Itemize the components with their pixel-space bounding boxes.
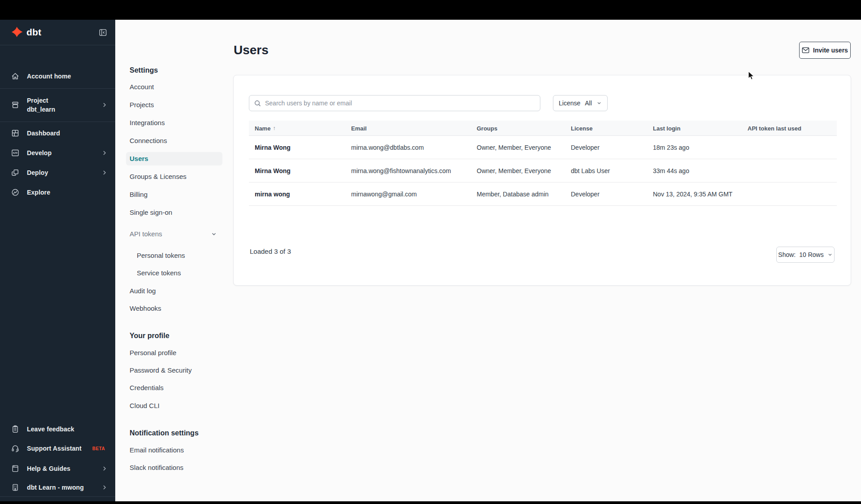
top-black-bar xyxy=(0,0,861,20)
settings-nav-connections[interactable]: Connections xyxy=(126,134,222,148)
settings-nav-service-tokens[interactable]: Service tokens xyxy=(133,266,222,280)
divider xyxy=(0,496,115,497)
chevron-down-icon xyxy=(827,252,833,257)
settings-nav-account[interactable]: Account xyxy=(126,80,222,94)
sidebar-item-develop[interactable]: Develop xyxy=(0,143,115,163)
cell-last-login: 33m 44s ago xyxy=(653,159,689,182)
sidebar-item-help-guides[interactable]: Help & Guides xyxy=(0,459,115,478)
sidebar-item-dbt-learn[interactable]: dbt Learn - mwong xyxy=(0,478,115,497)
settings-nav-cloud-cli[interactable]: Cloud CLI xyxy=(126,399,222,413)
settings-nav-api-tokens[interactable]: API tokens xyxy=(126,227,222,241)
headset-icon xyxy=(11,444,20,453)
invite-users-label: Invite users xyxy=(813,47,848,54)
dbt-logo-text: dbt xyxy=(26,27,41,38)
sidebar-item-label: dbt Learn - mwong xyxy=(27,484,84,491)
table-row[interactable]: mirna wong mirnawong@gmail.com Member, D… xyxy=(249,182,837,206)
project-icon xyxy=(11,100,20,109)
settings-nav-personal-profile[interactable]: Personal profile xyxy=(126,346,222,360)
api-tokens-label: API tokens xyxy=(130,227,162,241)
cell-groups: Member, Database admin xyxy=(477,182,548,206)
table-header-row: Name ↑ Email Groups License Last login A… xyxy=(249,121,837,136)
settings-nav-billing[interactable]: Billing xyxy=(126,188,222,201)
show-rows-dropdown[interactable]: Show: 10 Rows xyxy=(776,247,835,263)
sidebar-item-label: Support Assistant xyxy=(27,445,82,452)
notifications-section-title: Notification settings xyxy=(130,426,199,440)
sidebar-item-label: Develop xyxy=(27,149,52,156)
license-filter-dropdown[interactable]: License All xyxy=(553,95,608,111)
sidebar-item-label: Help & Guides xyxy=(27,465,70,472)
chevron-right-icon xyxy=(101,149,108,156)
column-header-email[interactable]: Email xyxy=(351,121,367,136)
column-header-label: Name xyxy=(255,125,270,132)
dashboard-icon xyxy=(11,129,20,138)
search-box xyxy=(249,95,540,111)
cell-last-login: Nov 13, 2024, 9:35 AM GMT xyxy=(653,182,732,206)
sidebar-item-label: Explore xyxy=(27,189,50,196)
collapse-sidebar-icon[interactable] xyxy=(99,28,107,37)
column-header-groups[interactable]: Groups xyxy=(477,121,497,136)
show-rows-label: Show: xyxy=(778,251,796,258)
sort-ascending-icon: ↑ xyxy=(273,125,275,131)
sidebar-item-dashboard[interactable]: Dashboard xyxy=(0,123,115,143)
settings-nav-email-notifications[interactable]: Email notifications xyxy=(126,443,222,457)
divider xyxy=(0,122,115,122)
sidebar-item-support-assistant[interactable]: Support Assistant BETA xyxy=(0,439,115,458)
sidebar-item-deploy[interactable]: Deploy xyxy=(0,163,115,182)
cell-groups: Owner, Member, Everyone xyxy=(477,159,551,182)
home-icon xyxy=(11,72,20,81)
divider xyxy=(0,45,115,45)
cell-license: Developer xyxy=(571,182,600,206)
show-rows-value: 10 Rows xyxy=(799,251,823,258)
deploy-icon xyxy=(11,168,20,177)
book-icon xyxy=(11,464,20,473)
table-row[interactable]: Mirna Wong mirna.wong@fishtownanalytics.… xyxy=(249,159,837,182)
settings-nav-users[interactable]: Users xyxy=(126,152,222,165)
settings-nav: Settings Account Projects Integrations C… xyxy=(115,20,233,501)
settings-nav-groups-licenses[interactable]: Groups & Licenses xyxy=(126,170,222,183)
column-header-name[interactable]: Name ↑ xyxy=(255,121,275,136)
settings-nav-password-security[interactable]: Password & Security xyxy=(126,364,222,377)
cell-groups: Owner, Member, Everyone xyxy=(477,136,551,159)
settings-nav-title: Settings xyxy=(130,64,158,77)
settings-nav-single-sign-on[interactable]: Single sign-on xyxy=(126,206,222,219)
settings-nav-personal-tokens[interactable]: Personal tokens xyxy=(133,249,222,262)
profile-section-title: Your profile xyxy=(130,329,170,343)
sidebar-item-project[interactable]: Project dbt_learn xyxy=(0,91,115,119)
app-window: dbt Account home Project dbt_learn xyxy=(0,0,861,504)
settings-nav-credentials[interactable]: Credentials xyxy=(126,381,222,395)
users-card: License All Name ↑ Email Groups License … xyxy=(233,75,851,286)
sidebar-item-explore[interactable]: Explore xyxy=(0,182,115,202)
cell-email: mirna.wong@dbtlabs.com xyxy=(351,136,424,159)
column-header-license[interactable]: License xyxy=(571,121,592,136)
column-header-api-token[interactable]: API token last used xyxy=(748,121,801,136)
building-icon xyxy=(11,483,20,492)
explore-icon xyxy=(11,188,20,197)
sidebar-item-label: Account home xyxy=(27,73,71,80)
cell-license: Developer xyxy=(571,136,600,159)
chevron-right-icon xyxy=(101,101,108,109)
sidebar-item-leave-feedback[interactable]: Leave feedback xyxy=(0,419,115,439)
cell-last-login: 18m 23s ago xyxy=(653,136,689,159)
settings-nav-integrations[interactable]: Integrations xyxy=(126,116,222,130)
sidebar-item-label: Dashboard xyxy=(27,130,60,137)
envelope-icon xyxy=(802,47,809,53)
chevron-down-icon xyxy=(211,231,217,237)
settings-nav-webhooks[interactable]: Webhooks xyxy=(126,302,222,315)
column-header-last-login[interactable]: Last login xyxy=(653,121,680,136)
chevron-down-icon xyxy=(596,100,602,106)
page-title: Users xyxy=(234,43,269,57)
sidebar: dbt Account home Project dbt_learn xyxy=(0,20,115,501)
beta-badge: BETA xyxy=(92,446,105,451)
loaded-status: Loaded 3 of 3 xyxy=(250,248,291,255)
cell-email: mirnawong@gmail.com xyxy=(351,182,417,206)
sidebar-item-account-home[interactable]: Account home xyxy=(0,66,115,86)
search-input[interactable] xyxy=(265,100,535,107)
chevron-right-icon xyxy=(101,169,108,176)
settings-nav-audit-log[interactable]: Audit log xyxy=(126,284,222,298)
settings-nav-projects[interactable]: Projects xyxy=(126,98,222,112)
cell-name: Mirna Wong xyxy=(255,159,291,182)
invite-users-button[interactable]: Invite users xyxy=(799,42,851,59)
settings-nav-slack-notifications[interactable]: Slack notifications xyxy=(126,461,222,474)
table-row[interactable]: Mirna Wong mirna.wong@dbtlabs.com Owner,… xyxy=(249,136,837,159)
chevron-right-icon xyxy=(101,465,108,472)
